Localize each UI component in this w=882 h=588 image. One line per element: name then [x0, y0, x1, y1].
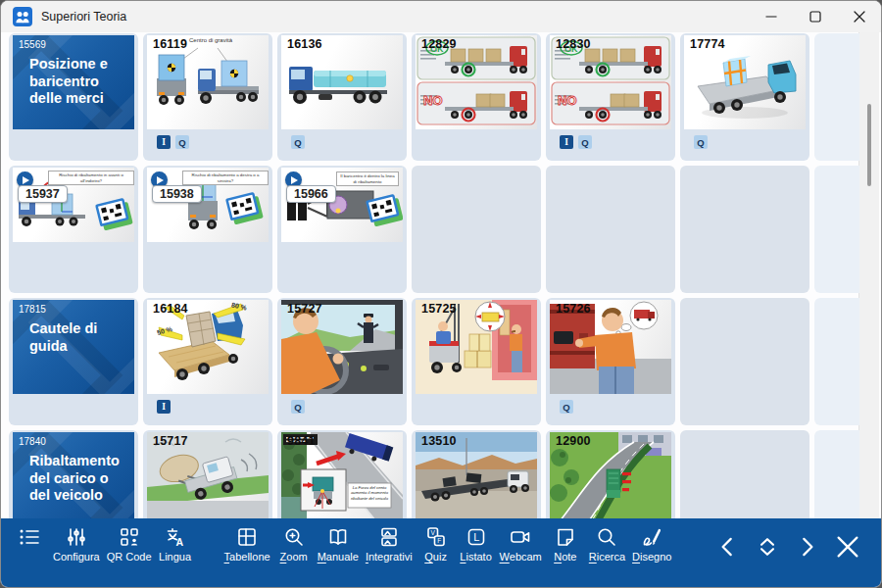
close-board-button[interactable] — [830, 532, 865, 562]
toolbar-list[interactable] — [13, 525, 46, 549]
scrollbar-track[interactable] — [858, 32, 879, 525]
badge-i: I — [157, 400, 171, 414]
toolbar-qr-code[interactable]: QR Code — [107, 525, 152, 563]
card-number: 12900 — [556, 434, 591, 448]
card-16136[interactable]: 16136Q — [277, 33, 407, 161]
card-image: Centro di gravità16119 — [147, 35, 269, 129]
svg-text:A: A — [175, 536, 183, 548]
card-15938[interactable]: Rischio di ribaltamento a destra o a sin… — [143, 166, 272, 293]
card-17774[interactable]: 17774Q — [680, 33, 809, 161]
inset-caption: La Forza del vento aumenta il momento ri… — [349, 485, 390, 501]
card-number: 16119 — [153, 37, 187, 51]
card-15727[interactable]: 15727Q — [277, 298, 407, 425]
card-image: 15725 — [416, 300, 537, 394]
app-window: Superiori Teoria 15569 Posizione e baric… — [0, 0, 882, 588]
zoomin-icon — [282, 525, 306, 549]
badge-row: Q — [291, 135, 305, 149]
card-16119[interactable]: Centro di gravità16119IQ — [143, 33, 272, 161]
card-15717[interactable]: 15717 — [143, 430, 272, 525]
card-12830[interactable]: OK NO12830IQ — [546, 33, 675, 161]
card-15725[interactable]: 15725 — [412, 298, 541, 425]
partial-cell — [814, 430, 859, 525]
toolbar-label: QR Code — [107, 551, 152, 563]
card-16184[interactable]: 50 % 80 %16184I — [143, 298, 272, 425]
video-caption: Rischio di ribaltamento in avanti o all'… — [48, 171, 134, 185]
partial-cell — [814, 298, 859, 425]
toolbar-label: Zoom — [280, 551, 308, 563]
card-12829[interactable]: OK NO12829 — [412, 33, 541, 161]
badge-q: Q — [175, 135, 189, 149]
minimize-button[interactable] — [749, 1, 793, 32]
card-number: 16136 — [287, 37, 322, 51]
badge-row: Q — [291, 400, 305, 414]
chevL-icon — [715, 534, 741, 560]
toolbar-zoom[interactable]: Zoom — [277, 525, 311, 563]
category-card: 17840 Ribaltamento del carico o del veic… — [13, 432, 134, 525]
scrollbar-thumb[interactable] — [867, 104, 871, 186]
card-image: OK NO12830 — [550, 35, 671, 129]
badge-row: Q — [694, 135, 708, 149]
badge-q: Q — [694, 135, 708, 149]
card-15569[interactable]: 15569 Posizione e baricentro delle merci — [9, 33, 138, 161]
updown-icon — [755, 534, 780, 560]
category-card: 15569 Posizione e baricentro delle merci — [13, 35, 134, 129]
toolbar-label: Tabellone — [224, 551, 270, 563]
toolbar-lingua[interactable]: ALingua — [159, 525, 192, 563]
toolbar-configura[interactable]: Configura — [53, 525, 100, 563]
maximize-button[interactable] — [793, 1, 837, 32]
badge-row: IQ — [560, 135, 592, 149]
svg-text:NO: NO — [558, 93, 577, 108]
partial-cell — [814, 33, 859, 161]
card-number: 15717 — [153, 434, 188, 448]
image-caption: Centro di gravità — [178, 37, 243, 43]
lingua-icon: A — [164, 525, 187, 549]
card-image: 50 % 80 %16184 — [147, 300, 269, 394]
scroll-pages-button[interactable] — [752, 534, 783, 560]
badge-row: I — [157, 400, 171, 414]
chevR-icon — [794, 534, 819, 560]
toolbar-label: Manuale — [318, 551, 359, 563]
book-icon — [326, 525, 350, 549]
previous-button[interactable] — [712, 534, 744, 560]
card-image: Il baricentro è dentro la linea di ribal… — [281, 168, 403, 242]
badge-q: Q — [291, 400, 305, 414]
toolbar-manuale[interactable]: Manuale — [318, 525, 359, 563]
card-17815[interactable]: 17815 Cautele di guida — [9, 298, 138, 425]
empty-cell — [546, 166, 675, 293]
sliders-icon — [65, 525, 88, 549]
toolbar-note[interactable]: Note — [549, 525, 582, 563]
empty-cell — [680, 166, 809, 293]
toolbar-webcam[interactable]: Webcam — [500, 525, 542, 563]
toolbar-integrativi[interactable]: Integrativi — [366, 525, 413, 563]
next-button[interactable] — [791, 534, 822, 560]
category-card: 17815 Cautele di guida — [13, 300, 134, 394]
card-number: 15938 — [152, 185, 202, 203]
category-title: Ribaltamento del carico o del veicolo — [13, 447, 134, 505]
category-title: Cautele di guida — [13, 315, 134, 355]
badge-i: I — [560, 135, 573, 149]
card-15726[interactable]: 15726Q — [546, 298, 675, 425]
card-number: 13510 — [421, 434, 457, 448]
card-17840[interactable]: 17840 Ribaltamento del carico o del veic… — [9, 430, 138, 525]
toolbar-disegno[interactable]: Disegno — [632, 525, 671, 563]
card-15937[interactable]: Rischio di ribaltamento in avanti o all'… — [9, 166, 138, 293]
svg-text:NO: NO — [423, 93, 443, 108]
card-number: 16184 — [153, 302, 188, 316]
card-12900[interactable]: 12900 — [546, 430, 675, 525]
card-number: 15937 — [18, 185, 68, 203]
closeX-icon — [833, 532, 862, 562]
card-number: 12829 — [421, 37, 457, 51]
close-button[interactable] — [837, 1, 881, 32]
toolbar-tabellone[interactable]: Tabellone — [224, 525, 270, 563]
card-number: 15726 — [556, 302, 591, 316]
toolbar-label: Note — [554, 551, 576, 563]
toolbar-ricerca[interactable]: Ricerca — [589, 525, 625, 563]
toolbar-listato[interactable]: LListato — [460, 525, 493, 563]
bottom-toolbar: Configura QR Code ALinguaTabellone ZoomM… — [1, 518, 881, 587]
toolbar-quiz[interactable]: V FQuiz — [419, 525, 453, 563]
card-13510[interactable]: 13510 — [412, 430, 541, 525]
svg-text:F: F — [437, 537, 441, 544]
card-15966[interactable]: Il baricentro è dentro la linea di ribal… — [277, 166, 407, 293]
card-9841[interactable]: La Forza del vento aumenta il momento ri… — [277, 430, 407, 525]
card-number: 17815 — [13, 300, 134, 315]
